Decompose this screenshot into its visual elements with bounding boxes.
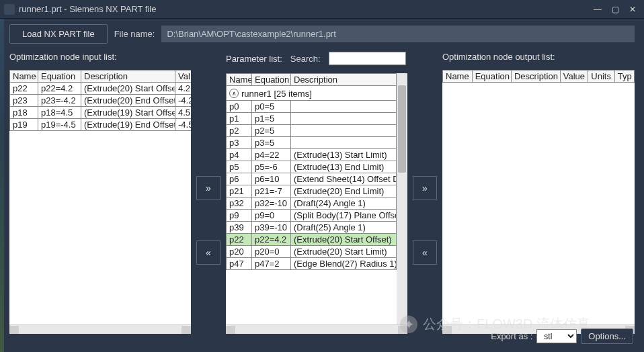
col-equation[interactable]: Equation	[38, 71, 81, 83]
export-row: Export as : stl Options...	[491, 328, 633, 344]
table-row[interactable]: p22p22=4.2(Extrude(20) Start Offset)	[227, 233, 397, 245]
move-right-button[interactable]: »	[196, 176, 220, 200]
hscrollbar[interactable]	[226, 324, 407, 334]
input-list-table[interactable]: Name Equation Description Val p22p22=4.2…	[9, 70, 191, 334]
input-list-panel: Optimization node input list: Name Equat…	[9, 52, 191, 335]
table-row[interactable]: p18p18=4.5(Extrude(19) Start Offset)4.5	[10, 107, 192, 119]
output-list-title: Optimization node output list:	[442, 52, 635, 62]
parameter-list-table[interactable]: Name Equation Description ∧runner1 [25 i…	[226, 73, 407, 334]
filename-label: File name:	[114, 29, 155, 39]
col-equation[interactable]: Equation	[472, 71, 511, 83]
titlebar: runner1.prt - Siemens NX PART file — ▢ ✕	[0, 0, 644, 19]
table-row[interactable]: p2p2=5	[227, 124, 397, 136]
table-row[interactable]: p0p0=5	[227, 100, 397, 112]
search-input[interactable]	[329, 52, 406, 65]
col-value[interactable]: Value	[560, 71, 588, 83]
table-row[interactable]: p1p1=5	[227, 112, 397, 124]
col-equation[interactable]: Equation	[252, 74, 291, 86]
table-row[interactable]: p23p23=-4.2(Extrude(20) End Offset)-4.2	[10, 95, 192, 107]
export-format-select[interactable]: stl	[536, 329, 577, 343]
minimize-button[interactable]: —	[590, 3, 605, 15]
parameter-list-title: Parameter list:	[226, 54, 282, 64]
app-icon	[4, 4, 15, 15]
col-description[interactable]: Description	[291, 74, 397, 86]
col-description[interactable]: Description	[511, 71, 560, 83]
output-list-table[interactable]: Name Equation Description Value Units Ty…	[442, 70, 635, 334]
parameter-list-panel: Parameter list: Search: Name Equation De…	[226, 52, 407, 335]
options-button[interactable]: Options...	[581, 328, 633, 344]
filename-field[interactable]	[161, 26, 635, 42]
table-row[interactable]: p21p21=-7(Extrude(20) End Limit)	[227, 185, 397, 197]
table-row[interactable]: p39p39=-10(Draft(25) Angle 1)	[227, 221, 397, 233]
table-row[interactable]: p47p47=2(Edge Blend(27) Radius 1)	[227, 257, 397, 269]
search-label: Search:	[290, 54, 321, 64]
col-units[interactable]: Units	[588, 71, 615, 83]
col-name[interactable]: Name	[227, 74, 252, 86]
col-name[interactable]: Name	[10, 71, 38, 83]
group-row[interactable]: ∧runner1 [25 items]	[227, 86, 397, 101]
table-row[interactable]: p19p19=-4.5(Extrude(19) End Offset)-4.5	[10, 119, 192, 131]
maximize-button[interactable]: ▢	[608, 3, 622, 15]
table-row[interactable]: p6p6=10(Extend Sheet(14) Offset D	[227, 173, 397, 185]
hscrollbar[interactable]	[9, 324, 191, 334]
vscrollbar[interactable]	[397, 73, 407, 324]
table-row[interactable]: p5p5=-6(Extrude(13) End Limit)	[227, 161, 397, 173]
col-type[interactable]: Typ	[614, 71, 634, 83]
input-list-title: Optimization node input list:	[9, 52, 191, 62]
table-row[interactable]: p9p9=0(Split Body(17) Plane Offset	[227, 209, 397, 221]
table-row[interactable]: p20p20=0(Extrude(20) Start Limit)	[227, 245, 397, 257]
export-label: Export as :	[491, 331, 532, 341]
table-row[interactable]: p22p22=4.2(Extrude(20) Start Offset)4.2	[10, 83, 192, 95]
move-left-button[interactable]: «	[413, 240, 437, 265]
col-description[interactable]: Description	[81, 71, 175, 83]
load-nx-part-button[interactable]: Load NX PART file	[9, 24, 108, 44]
output-list-panel: Optimization node output list: Name Equa…	[442, 52, 635, 335]
move-left-button[interactable]: «	[196, 240, 220, 265]
table-row[interactable]: p3p3=5	[227, 136, 397, 148]
close-button[interactable]: ✕	[625, 3, 640, 15]
collapse-icon[interactable]: ∧	[229, 89, 239, 98]
col-name[interactable]: Name	[443, 71, 473, 83]
col-value[interactable]: Val	[175, 71, 192, 83]
table-row[interactable]: p4p4=22(Extrude(13) Start Limit)	[227, 148, 397, 161]
window-title: runner1.prt - Siemens NX PART file	[19, 4, 590, 14]
toolbar: Load NX PART file File name:	[0, 19, 644, 49]
table-row[interactable]: p32p32=-10(Draft(24) Angle 1)	[227, 197, 397, 209]
move-right-button[interactable]: »	[413, 176, 437, 200]
